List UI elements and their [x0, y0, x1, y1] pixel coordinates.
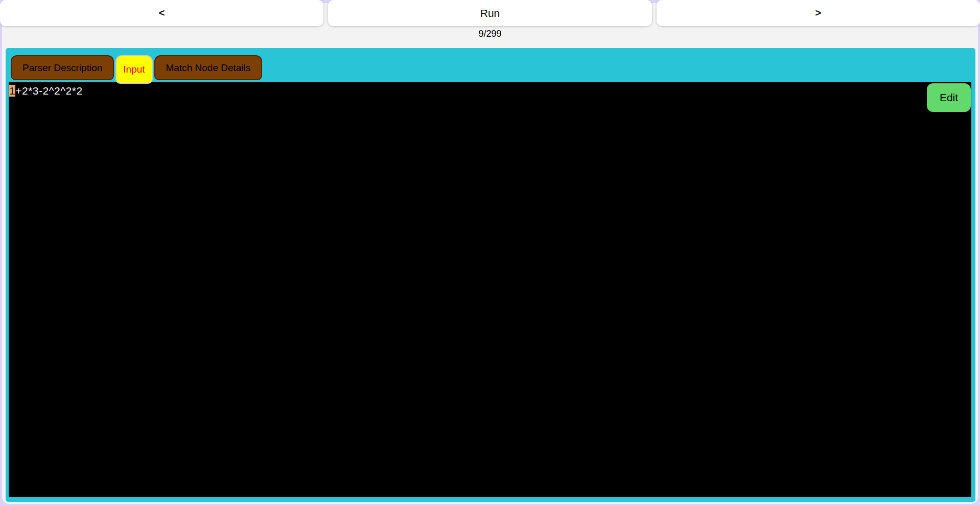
prev-button[interactable]: <	[0, 0, 323, 26]
input-expression: 1+2*3-2^2^2*2	[9, 82, 971, 97]
tab-bar: Parser Description Input Match Node Deta…	[11, 55, 262, 84]
step-counter: 9/299	[0, 29, 980, 39]
next-button[interactable]: >	[657, 0, 980, 26]
tab-input[interactable]: Input	[115, 55, 152, 84]
toolbar: < Run >	[0, 0, 980, 26]
tab-match-node-details[interactable]: Match Node Details	[154, 55, 263, 80]
match-highlight: 1	[9, 85, 15, 97]
parser-panel: Parser Description Input Match Node Deta…	[6, 48, 975, 502]
input-content-area: 1+2*3-2^2^2*2 Edit	[9, 82, 971, 497]
edit-button[interactable]: Edit	[927, 83, 971, 112]
input-expression-rest: +2*3-2^2^2*2	[15, 85, 82, 97]
tab-parser-description[interactable]: Parser Description	[11, 55, 114, 80]
run-button[interactable]: Run	[328, 0, 651, 26]
